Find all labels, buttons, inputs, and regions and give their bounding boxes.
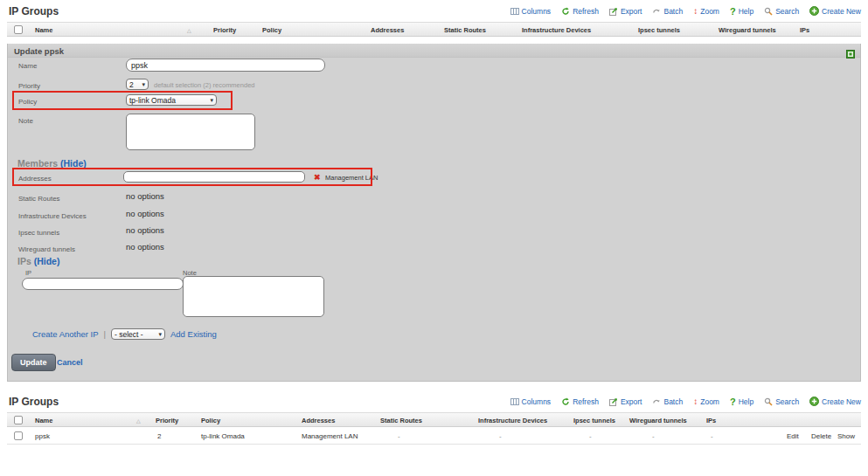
bottom-page-title: IP Groups [9, 396, 59, 408]
sort-asc-icon[interactable]: △ [136, 417, 141, 424]
columns-button[interactable]: Columns [510, 3, 552, 19]
member-chip: Management LAN [325, 174, 378, 182]
create-new-button[interactable]: Create New [809, 3, 861, 19]
col-infrastructure-devices[interactable]: Infrastructure Devices [522, 26, 591, 34]
note-textarea[interactable] [126, 114, 255, 150]
refresh-button[interactable]: Refresh [561, 394, 599, 410]
export-icon [609, 394, 618, 410]
refresh-icon [561, 3, 570, 19]
col-name[interactable]: Name [35, 26, 52, 34]
col-policy[interactable]: Policy [262, 26, 281, 34]
select-all-checkbox[interactable] [14, 25, 23, 34]
ip-input[interactable] [22, 278, 184, 290]
col-static-routes[interactable]: Static Routes [380, 417, 422, 424]
cell-static-routes: - [398, 432, 400, 440]
bottom-table-header: Name △ Priority Policy Addresses Static … [7, 412, 861, 427]
cell-policy-link[interactable]: tp-link Omada [201, 432, 245, 440]
create-new-icon [809, 3, 819, 19]
col-infrastructure-devices[interactable]: Infrastructure Devices [478, 417, 547, 424]
col-wireguard-tunnels[interactable]: Wireguard tunnels [719, 26, 776, 34]
bottom-titlebar: IP Groups Columns Refresh Export Batch ↕… [9, 393, 861, 410]
columns-icon [510, 394, 519, 410]
name-input[interactable] [126, 59, 325, 72]
batch-icon [652, 394, 661, 410]
policy-select[interactable]: tp-link Omada ▾ [126, 94, 217, 106]
zoom-icon: ↕ [693, 397, 698, 406]
delete-link[interactable]: Delete [811, 432, 831, 440]
columns-button[interactable]: Columns [510, 394, 552, 410]
page-title: IP Groups [9, 5, 59, 17]
columns-icon [510, 3, 519, 19]
zoom-icon: ↕ [693, 7, 698, 16]
ips-heading: IPs (Hide) [17, 256, 59, 266]
wireguard-tunnels-label: Wireguard tunnels [18, 245, 75, 253]
remove-member-icon[interactable]: ✖ [314, 173, 321, 182]
cancel-link[interactable]: Cancel [57, 358, 83, 367]
top-toolbar: Columns Refresh Export Batch ↕ Zoom ? He… [510, 3, 861, 19]
col-wireguard-tunnels[interactable]: Wireguard tunnels [629, 417, 687, 424]
create-new-button[interactable]: Create New [809, 394, 861, 410]
select-all-checkbox[interactable] [14, 416, 23, 424]
members-hide-link[interactable]: (Hide) [60, 158, 87, 169]
help-button[interactable]: ? Help [730, 397, 753, 406]
export-button[interactable]: Export [609, 394, 642, 410]
update-form-panel: Update ppsk Name Priority 2 ▾ default se… [7, 44, 861, 382]
col-priority[interactable]: Priority [213, 26, 236, 34]
form-header: Update ppsk [8, 44, 860, 58]
ip-note-textarea[interactable] [183, 276, 324, 317]
cell-ips: - [711, 432, 713, 440]
add-existing-link[interactable]: Add Existing [170, 329, 217, 339]
table-row[interactable]: ppsk 2 tp-link Omada Management LAN - - … [7, 428, 861, 445]
zoom-button[interactable]: ↕ Zoom [693, 397, 719, 406]
show-link[interactable]: Show [837, 432, 855, 440]
search-button[interactable]: Search [764, 3, 799, 19]
ip-actions-row: Create Another IP | - select - ▾ Add Exi… [32, 328, 217, 340]
col-addresses[interactable]: Addresses [371, 26, 404, 34]
zoom-button[interactable]: ↕ Zoom [693, 7, 719, 16]
members-heading: Members (Hide) [17, 158, 87, 169]
ipsec-tunnels-label: Ipsec tunnels [18, 229, 59, 237]
col-addresses[interactable]: Addresses [302, 417, 335, 424]
col-priority[interactable]: Priority [156, 417, 178, 424]
ipsec-tunnels-value: no options [126, 225, 164, 235]
row-checkbox[interactable] [14, 431, 23, 440]
batch-button[interactable]: Batch [652, 394, 683, 410]
batch-button[interactable]: Batch [652, 3, 683, 19]
refresh-button[interactable]: Refresh [561, 3, 599, 19]
col-static-routes[interactable]: Static Routes [444, 26, 486, 34]
create-new-icon [809, 394, 819, 410]
export-icon [609, 3, 618, 19]
cell-priority: 2 [157, 432, 161, 440]
infrastructure-devices-value: no options [126, 209, 164, 218]
edit-link[interactable]: Edit [787, 432, 799, 440]
col-name[interactable]: Name [35, 417, 52, 424]
col-ipsec-tunnels[interactable]: Ipsec tunnels [638, 26, 680, 34]
infrastructure-devices-label: Infrastructure Devices [18, 212, 87, 220]
help-button[interactable]: ? Help [730, 7, 753, 16]
priority-select[interactable]: 2 ▾ [126, 79, 149, 90]
col-policy[interactable]: Policy [201, 417, 220, 424]
policy-label: Policy [18, 98, 37, 106]
form-title: Update ppsk [14, 46, 64, 56]
existing-ip-select[interactable]: - select - ▾ [111, 328, 165, 340]
col-ips[interactable]: IPs [706, 417, 716, 424]
col-ips[interactable]: IPs [800, 26, 809, 34]
update-button[interactable]: Update [11, 354, 56, 371]
ips-hide-link[interactable]: (Hide) [34, 256, 60, 266]
help-icon: ? [730, 7, 736, 16]
addresses-input[interactable] [123, 171, 305, 183]
batch-icon [652, 3, 661, 19]
export-button[interactable]: Export [609, 3, 642, 19]
top-titlebar: IP Groups Columns Refresh Export Batch ↕… [9, 3, 861, 20]
note-label: Note [18, 117, 33, 125]
refresh-icon [561, 394, 570, 410]
search-button[interactable]: Search [764, 394, 799, 410]
sort-asc-icon[interactable]: △ [187, 27, 191, 33]
cell-wireguard-tunnels: - [652, 432, 655, 440]
cell-addresses-link[interactable]: Management LAN [302, 432, 358, 440]
create-another-ip-link[interactable]: Create Another IP [32, 329, 99, 339]
separator: | [104, 329, 106, 339]
bottom-toolbar: Columns Refresh Export Batch ↕ Zoom ? He… [510, 394, 861, 410]
collapse-icon[interactable] [846, 46, 855, 62]
col-ipsec-tunnels[interactable]: Ipsec tunnels [573, 417, 615, 424]
